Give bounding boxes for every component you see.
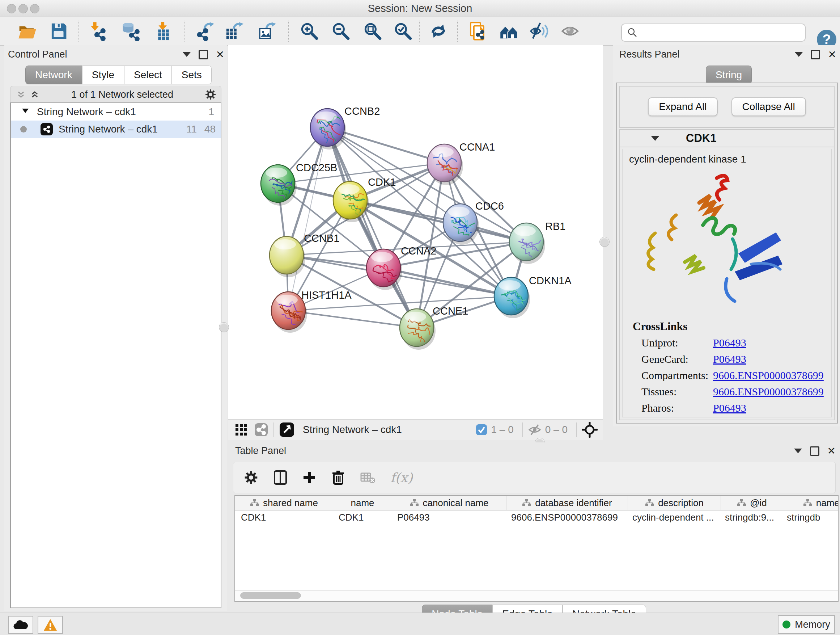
network-node[interactable]: CCNB1 xyxy=(270,233,339,277)
toolbar-separator xyxy=(419,21,420,42)
table-horizontal-scrollbar[interactable] xyxy=(234,590,838,602)
expand-all-button[interactable]: Expand All xyxy=(648,97,717,116)
panel-close-icon[interactable]: ✕ xyxy=(828,51,836,58)
network-node[interactable]: CCNE1 xyxy=(400,305,468,350)
table-row[interactable]: CDK1CDK1P064939606.ENSP00000378699cyclin… xyxy=(235,510,838,524)
tab-select[interactable]: Select xyxy=(124,65,172,84)
collapse-all-icon[interactable] xyxy=(16,89,27,100)
zoom-out-icon[interactable] xyxy=(330,20,352,42)
node-label: CDK1 xyxy=(368,176,396,188)
tree-collapse-icon[interactable] xyxy=(21,106,30,118)
search-input[interactable] xyxy=(641,27,805,39)
delete-column-icon[interactable] xyxy=(331,470,346,486)
tab-network[interactable]: Network xyxy=(25,65,82,84)
collapse-gene-icon[interactable] xyxy=(651,136,659,141)
search-box[interactable] xyxy=(621,24,806,42)
open-session-icon[interactable] xyxy=(16,20,38,42)
string-home-icon[interactable] xyxy=(498,20,521,42)
show-columns-icon[interactable] xyxy=(273,470,287,485)
tab-sets[interactable]: Sets xyxy=(172,65,212,84)
table-gear-icon[interactable] xyxy=(243,470,259,485)
network-node[interactable]: CDKN1A xyxy=(494,275,572,318)
crosslink-link[interactable]: P06493 xyxy=(713,337,746,348)
network-share-icon[interactable] xyxy=(254,423,268,437)
window-title: Session: New Session xyxy=(0,3,840,14)
network-node[interactable]: HIST1H1A xyxy=(271,289,352,333)
column-header-name[interactable]: name xyxy=(333,496,392,510)
network-selection-bar: 1 of 1 Network selected xyxy=(10,86,221,103)
toolbar-separator xyxy=(78,21,79,42)
hidden-eye-icon[interactable] xyxy=(528,423,542,437)
collapse-all-button[interactable]: Collapse All xyxy=(731,97,806,116)
network-canvas[interactable]: CCNB2CCNA1CDC25BCDK1CDC6RB1CCNB1CCNA2CDK… xyxy=(228,45,603,419)
tab-string[interactable]: String xyxy=(706,65,752,84)
birds-eye-view-icon[interactable] xyxy=(279,422,295,438)
column-header-label: name xyxy=(351,497,374,509)
panel-menu-icon[interactable] xyxy=(183,52,191,57)
gene-header[interactable]: CDK1 xyxy=(620,130,834,147)
node-label: CDKN1A xyxy=(529,275,572,287)
gear-icon[interactable] xyxy=(204,88,217,101)
network-node[interactable]: CDC6 xyxy=(443,200,504,245)
crosslink-link[interactable]: 9606.ENSP00000378699 xyxy=(713,386,824,397)
save-session-icon[interactable] xyxy=(47,20,70,42)
panel-float-icon[interactable] xyxy=(811,50,820,59)
column-header-description[interactable]: description xyxy=(628,496,721,510)
node-count: 11 xyxy=(186,124,197,135)
apply-layout-icon[interactable] xyxy=(427,20,450,42)
export-table-icon[interactable] xyxy=(223,20,245,42)
scrollbar-thumb[interactable] xyxy=(240,592,301,599)
panel-float-icon[interactable] xyxy=(199,50,208,59)
network-node[interactable]: CDK1 xyxy=(333,176,396,222)
cloud-button[interactable] xyxy=(8,616,33,634)
zoom-fit-icon[interactable] xyxy=(362,20,384,42)
toolbar-separator xyxy=(457,21,458,42)
string-eye-icon[interactable] xyxy=(560,20,582,42)
panel-close-icon[interactable]: ✕ xyxy=(827,448,836,455)
left-splitter-handle[interactable] xyxy=(219,322,229,333)
crosslink-link[interactable]: 9606.ENSP00000378699 xyxy=(713,369,824,381)
panel-menu-icon[interactable] xyxy=(795,52,803,57)
fit-content-crosshair-icon[interactable] xyxy=(582,422,598,438)
network-edge[interactable] xyxy=(384,268,511,296)
column-header-canonical-name[interactable]: canonical name xyxy=(392,496,507,510)
gene-symbol: CDK1 xyxy=(686,132,716,145)
column-header-@id[interactable]: @id xyxy=(721,496,783,510)
network-tree-row[interactable]: String Network – cdk111 48 xyxy=(11,120,221,138)
memory-button[interactable]: Memory xyxy=(778,615,835,634)
crosslink-link[interactable]: P06493 xyxy=(713,353,746,365)
network-collection-name: String Network – cdk1 xyxy=(37,106,136,118)
zoom-selected-icon[interactable] xyxy=(392,20,414,42)
panel-float-icon[interactable] xyxy=(810,447,819,456)
export-image-icon[interactable] xyxy=(255,20,278,42)
column-header-shared-name[interactable]: shared name xyxy=(235,496,333,510)
network-node[interactable]: RB1 xyxy=(509,220,565,264)
string-hide-glass-icon[interactable] xyxy=(529,20,551,42)
import-network-database-icon[interactable] xyxy=(119,20,142,42)
network-view-toolbar: String Network – cdk1 1 – 0 0 – 0 xyxy=(228,419,603,440)
string-network-icon[interactable] xyxy=(466,20,489,42)
panel-menu-icon[interactable] xyxy=(794,448,802,453)
zoom-in-icon[interactable] xyxy=(298,20,321,42)
network-tree-row[interactable]: String Network – cdk11 xyxy=(11,103,221,120)
crosslink-link[interactable]: P06493 xyxy=(713,402,746,414)
import-network-icon[interactable] xyxy=(87,20,109,42)
import-table-icon[interactable] xyxy=(153,20,175,42)
expand-all-icon[interactable] xyxy=(29,89,40,100)
tab-style[interactable]: Style xyxy=(82,65,124,84)
add-column-icon[interactable] xyxy=(302,470,317,485)
network-edge[interactable] xyxy=(288,310,417,328)
grid-view-icon[interactable] xyxy=(234,423,248,437)
node-table[interactable]: shared namename canonical name database … xyxy=(234,495,838,591)
selected-checkbox-icon[interactable] xyxy=(476,424,487,435)
export-network-icon[interactable] xyxy=(193,20,216,42)
column-header-namespace[interactable]: namespace xyxy=(783,496,838,510)
warning-button[interactable] xyxy=(38,616,63,634)
column-header-database-identifier[interactable]: database identifier xyxy=(507,496,628,510)
network-node[interactable]: CDC25B xyxy=(261,162,337,206)
panel-close-icon[interactable]: ✕ xyxy=(216,51,224,58)
network-selected-status: 1 of 1 Network selected xyxy=(40,89,204,100)
right-splitter-handle[interactable] xyxy=(600,237,609,247)
crosslink-label: Compartments: xyxy=(641,369,713,382)
table-cell: CDK1 xyxy=(333,510,392,524)
